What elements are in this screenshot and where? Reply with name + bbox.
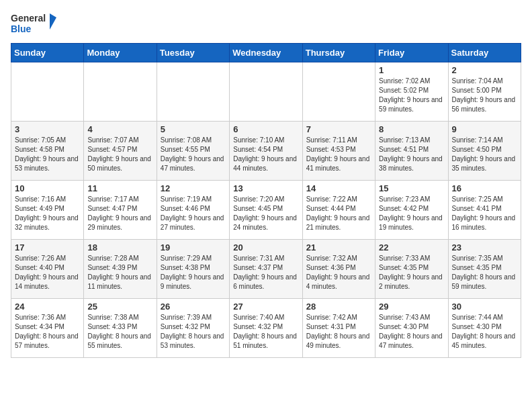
calendar-cell [230, 62, 302, 122]
day-number: 10 [15, 183, 80, 193]
calendar-cell: 14Sunrise: 7:22 AMSunset: 4:44 PMDayligh… [302, 181, 375, 240]
calendar-cell: 22Sunrise: 7:33 AMSunset: 4:35 PMDayligh… [375, 240, 448, 299]
day-info: Sunrise: 7:16 AMSunset: 4:49 PMDaylight:… [15, 195, 80, 232]
day-info-line: Daylight: 8 hours and 45 minutes. [452, 332, 517, 351]
calendar-cell: 25Sunrise: 7:38 AMSunset: 4:33 PMDayligh… [84, 299, 157, 358]
day-info-line: Daylight: 9 hours and 4 minutes. [306, 273, 371, 291]
day-info-line: Daylight: 8 hours and 49 minutes. [306, 332, 371, 351]
day-info-line: Sunset: 4:51 PM [379, 145, 444, 154]
svg-text:Blue: Blue [11, 24, 32, 34]
day-number: 2 [452, 65, 517, 75]
day-info-line: Daylight: 9 hours and 6 minutes. [233, 273, 298, 291]
day-info-line: Sunrise: 7:14 AM [452, 136, 517, 145]
calendar-cell: 17Sunrise: 7:26 AMSunset: 4:40 PMDayligh… [11, 240, 84, 299]
day-info-line: Sunset: 4:53 PM [306, 145, 371, 154]
day-info-line: Sunrise: 7:33 AM [379, 254, 444, 263]
day-info-line: Daylight: 8 hours and 47 minutes. [379, 332, 444, 351]
day-info: Sunrise: 7:32 AMSunset: 4:36 PMDaylight:… [306, 254, 371, 291]
header-day-thursday: Thursday [302, 44, 375, 62]
day-info-line: Daylight: 8 hours and 51 minutes. [233, 332, 298, 351]
day-info-line: Daylight: 9 hours and 19 minutes. [379, 214, 444, 232]
day-info: Sunrise: 7:02 AMSunset: 5:02 PMDaylight:… [379, 77, 444, 114]
calendar-cell: 6Sunrise: 7:10 AMSunset: 4:54 PMDaylight… [230, 122, 302, 181]
day-info: Sunrise: 7:08 AMSunset: 4:55 PMDaylight:… [161, 136, 226, 173]
day-info-line: Sunrise: 7:35 AM [452, 254, 517, 263]
calendar-cell: 28Sunrise: 7:42 AMSunset: 4:31 PMDayligh… [302, 299, 375, 358]
day-number: 3 [15, 124, 80, 134]
day-number: 1 [379, 65, 444, 75]
day-info: Sunrise: 7:26 AMSunset: 4:40 PMDaylight:… [15, 254, 80, 291]
day-info-line: Daylight: 9 hours and 38 minutes. [379, 154, 444, 173]
day-number: 24 [15, 302, 80, 312]
day-info-line: Daylight: 9 hours and 53 minutes. [15, 154, 80, 173]
day-info: Sunrise: 7:11 AMSunset: 4:53 PMDaylight:… [306, 136, 371, 173]
calendar-cell: 7Sunrise: 7:11 AMSunset: 4:53 PMDaylight… [302, 122, 375, 181]
calendar-week-5: 24Sunrise: 7:36 AMSunset: 4:34 PMDayligh… [11, 299, 521, 358]
day-info: Sunrise: 7:22 AMSunset: 4:44 PMDaylight:… [306, 195, 371, 232]
logo-svg: GeneralBlue [11, 11, 58, 38]
day-info-line: Daylight: 9 hours and 21 minutes. [306, 214, 371, 232]
day-info: Sunrise: 7:39 AMSunset: 4:32 PMDaylight:… [161, 313, 226, 351]
day-info: Sunrise: 7:44 AMSunset: 4:30 PMDaylight:… [452, 313, 517, 351]
day-info-line: Daylight: 8 hours and 55 minutes. [87, 332, 152, 351]
day-number: 28 [306, 302, 371, 312]
calendar-cell: 4Sunrise: 7:07 AMSunset: 4:57 PMDaylight… [84, 122, 157, 181]
day-info-line: Sunrise: 7:31 AM [233, 254, 298, 263]
calendar-cell: 16Sunrise: 7:25 AMSunset: 4:41 PMDayligh… [448, 181, 521, 240]
day-number: 12 [161, 183, 226, 193]
day-info-line: Daylight: 9 hours and 32 minutes. [15, 214, 80, 232]
day-info-line: Sunrise: 7:42 AM [306, 313, 371, 322]
day-info-line: Sunrise: 7:29 AM [161, 254, 226, 263]
day-number: 6 [233, 124, 298, 134]
day-number: 15 [379, 183, 444, 193]
day-info: Sunrise: 7:07 AMSunset: 4:57 PMDaylight:… [87, 136, 152, 173]
day-info-line: Sunrise: 7:39 AM [161, 313, 226, 322]
day-info: Sunrise: 7:38 AMSunset: 4:33 PMDaylight:… [87, 313, 152, 351]
day-info-line: Sunset: 4:36 PM [306, 263, 371, 273]
day-info-line: Sunrise: 7:28 AM [87, 254, 152, 263]
day-info-line: Daylight: 9 hours and 56 minutes. [452, 95, 517, 114]
calendar-week-1: 1Sunrise: 7:02 AMSunset: 5:02 PMDaylight… [11, 62, 521, 122]
calendar-cell: 15Sunrise: 7:23 AMSunset: 4:42 PMDayligh… [375, 181, 448, 240]
day-info-line: Sunrise: 7:17 AM [87, 195, 152, 204]
day-info-line: Sunset: 4:30 PM [379, 322, 444, 332]
day-info-line: Daylight: 9 hours and 41 minutes. [306, 154, 371, 173]
day-info-line: Daylight: 9 hours and 59 minutes. [379, 95, 444, 114]
calendar-cell: 23Sunrise: 7:35 AMSunset: 4:35 PMDayligh… [448, 240, 521, 299]
day-info: Sunrise: 7:28 AMSunset: 4:39 PMDaylight:… [87, 254, 152, 291]
day-info-line: Sunset: 5:02 PM [379, 86, 444, 95]
svg-marker-2 [50, 13, 56, 30]
day-info-line: Sunrise: 7:10 AM [233, 136, 298, 145]
day-info-line: Daylight: 8 hours and 57 minutes. [15, 332, 80, 351]
day-info-line: Daylight: 9 hours and 29 minutes. [87, 214, 152, 232]
day-info-line: Sunrise: 7:40 AM [233, 313, 298, 322]
day-number: 21 [306, 242, 371, 253]
calendar-cell [157, 62, 229, 122]
day-info: Sunrise: 7:10 AMSunset: 4:54 PMDaylight:… [233, 136, 298, 173]
day-number: 20 [233, 242, 298, 253]
day-info-line: Sunset: 4:30 PM [452, 322, 517, 332]
calendar-cell: 3Sunrise: 7:05 AMSunset: 4:58 PMDaylight… [11, 122, 84, 181]
day-info: Sunrise: 7:19 AMSunset: 4:46 PMDaylight:… [161, 195, 226, 232]
day-info-line: Sunrise: 7:08 AM [161, 136, 226, 145]
day-info-line: Daylight: 9 hours and 24 minutes. [233, 214, 298, 232]
day-info-line: Sunset: 4:32 PM [161, 322, 226, 332]
day-info-line: Sunset: 4:45 PM [233, 204, 298, 214]
day-number: 26 [161, 302, 226, 312]
day-info: Sunrise: 7:31 AMSunset: 4:37 PMDaylight:… [233, 254, 298, 291]
day-info-line: Sunset: 4:41 PM [452, 204, 517, 214]
day-info: Sunrise: 7:17 AMSunset: 4:47 PMDaylight:… [87, 195, 152, 232]
day-number: 7 [306, 124, 371, 134]
calendar-cell: 2Sunrise: 7:04 AMSunset: 5:00 PMDaylight… [448, 62, 521, 122]
calendar-cell: 30Sunrise: 7:44 AMSunset: 4:30 PMDayligh… [448, 299, 521, 358]
calendar-cell: 29Sunrise: 7:43 AMSunset: 4:30 PMDayligh… [375, 299, 448, 358]
calendar-cell: 12Sunrise: 7:19 AMSunset: 4:46 PMDayligh… [157, 181, 229, 240]
calendar-cell: 13Sunrise: 7:20 AMSunset: 4:45 PMDayligh… [230, 181, 302, 240]
day-info-line: Daylight: 9 hours and 44 minutes. [233, 154, 298, 173]
day-info-line: Daylight: 9 hours and 2 minutes. [379, 273, 444, 291]
day-info-line: Sunset: 4:55 PM [161, 145, 226, 154]
header-day-sunday: Sunday [11, 44, 84, 62]
day-info-line: Sunset: 4:58 PM [15, 145, 80, 154]
day-info-line: Sunset: 4:42 PM [379, 204, 444, 214]
day-number: 4 [87, 124, 152, 134]
